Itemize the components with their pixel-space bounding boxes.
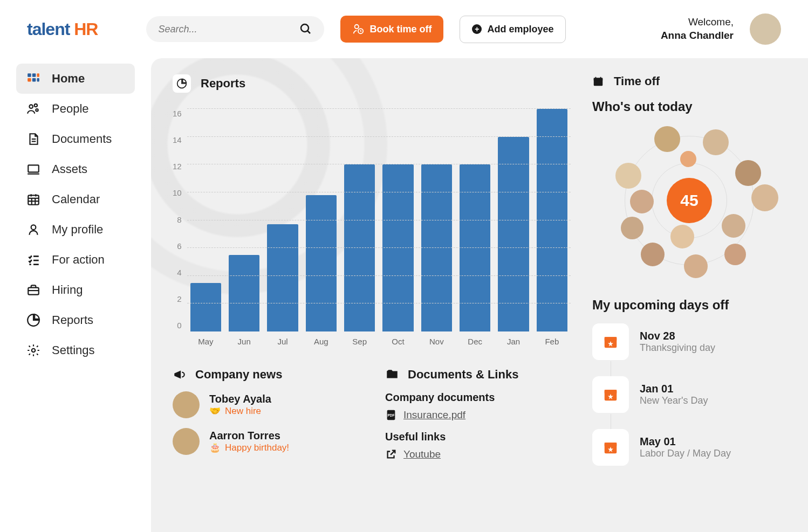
nav-icon — [26, 101, 41, 116]
svg-rect-6 — [37, 73, 39, 77]
news-item[interactable]: Tobey Ayala🤝New hire — [173, 391, 358, 418]
nav-item-home[interactable]: Home — [16, 64, 135, 94]
avatar[interactable] — [722, 214, 745, 238]
upcoming-name: Thanksgiving day — [640, 342, 715, 354]
youtube-link[interactable]: Youtube — [385, 448, 571, 460]
chart-bar — [537, 109, 567, 331]
sidebar: HomePeopleDocumentsAssetsCalendarMy prof… — [0, 58, 151, 532]
avatar[interactable] — [654, 126, 680, 152]
svg-rect-45 — [605, 443, 617, 446]
svg-rect-42 — [605, 390, 617, 393]
avatar[interactable] — [670, 225, 694, 248]
x-label: Dec — [460, 337, 490, 346]
upcoming-date: Jan 01 — [640, 383, 708, 395]
calendar-icon — [592, 75, 604, 87]
nav-label: Settings — [52, 343, 95, 357]
reports-header: Reports — [173, 74, 571, 93]
search-box[interactable] — [146, 16, 324, 42]
avatar[interactable] — [703, 129, 729, 155]
company-news-section: Company news Tobey Ayala🤝New hireAarron … — [173, 368, 358, 465]
who-out-orbit[interactable]: 45 — [600, 120, 778, 281]
nav-icon — [26, 162, 41, 177]
upcoming-name: New Year's Day — [640, 395, 708, 406]
search-icon[interactable] — [299, 23, 312, 36]
book-time-off-button[interactable]: Book time off — [340, 16, 443, 43]
nav-item-hiring[interactable]: Hiring — [16, 275, 135, 305]
upcoming-date: May 01 — [640, 436, 731, 448]
upcoming-name: Labor Day / May Day — [640, 448, 731, 459]
company-documents-heading: Company documents — [385, 391, 571, 404]
nav-item-calendar[interactable]: Calendar — [16, 184, 135, 215]
avatar[interactable] — [621, 217, 643, 239]
nav-icon — [26, 222, 41, 237]
nav-label: Home — [52, 72, 85, 86]
nav-item-documents[interactable]: Documents — [16, 124, 135, 154]
topbar: talent HR Book time off + Add employee W… — [0, 0, 808, 58]
news-name: Tobey Ayala — [209, 393, 271, 405]
avatar — [173, 428, 200, 455]
avatar[interactable] — [615, 163, 641, 189]
svg-point-11 — [35, 104, 37, 107]
cake-icon: 🎂 — [209, 442, 221, 453]
useful-links-heading: Useful links — [385, 431, 571, 443]
nav-icon — [26, 132, 41, 147]
nav-label: Calendar — [52, 192, 100, 206]
avatar[interactable] — [735, 160, 761, 186]
who-out-count: 45 — [667, 178, 712, 223]
nav-item-people[interactable]: People — [16, 94, 135, 124]
nav-icon — [26, 192, 41, 207]
svg-rect-15 — [28, 165, 39, 172]
chart-bar — [344, 164, 375, 331]
chart-bar — [267, 224, 298, 331]
nav-item-my-profile[interactable]: My profile — [16, 215, 135, 245]
upcoming-item[interactable]: Jan 01New Year's Day — [592, 376, 786, 413]
logo[interactable]: talent HR — [27, 19, 98, 39]
upcoming-date: Nov 28 — [640, 330, 715, 342]
svg-point-24 — [31, 225, 36, 230]
reports-chart: 1614121086420 MayJunJulAugSepOctNovDecJa… — [173, 109, 571, 346]
x-label: May — [190, 337, 221, 346]
who-out-section: Who's out today 45 — [592, 99, 786, 281]
avatar[interactable] — [641, 243, 665, 266]
svg-rect-39 — [605, 337, 617, 340]
upcoming-item[interactable]: Nov 28Thanksgiving day — [592, 323, 786, 360]
avatar[interactable] — [630, 190, 654, 213]
svg-point-2 — [355, 25, 359, 29]
x-label: Aug — [306, 337, 337, 346]
x-label: Oct — [382, 337, 413, 346]
pdf-icon: PDF — [385, 409, 397, 421]
svg-point-10 — [29, 105, 33, 108]
avatar[interactable] — [724, 244, 746, 265]
search-input[interactable] — [158, 24, 299, 35]
svg-text:PDF: PDF — [388, 413, 395, 417]
pie-chart-icon — [173, 74, 191, 93]
upcoming-item[interactable]: May 01Labor Day / May Day — [592, 429, 786, 466]
avatar[interactable] — [684, 254, 708, 278]
nav-item-for-action[interactable]: For action — [16, 245, 135, 275]
x-label: Nov — [421, 337, 452, 346]
chart-bar — [382, 164, 413, 331]
nav-item-assets[interactable]: Assets — [16, 154, 135, 184]
insurance-pdf-link[interactable]: PDFInsurance.pdf — [385, 409, 571, 421]
avatar[interactable] — [751, 184, 778, 211]
calendar-star-icon — [592, 376, 629, 413]
svg-rect-9 — [37, 78, 39, 82]
megaphone-icon — [173, 368, 187, 382]
news-name: Aarron Torres — [209, 430, 289, 442]
nav-label: Reports — [52, 313, 93, 327]
chart-bar — [421, 164, 452, 331]
news-item[interactable]: Aarron Torres🎂Happy birthday! — [173, 428, 358, 455]
news-subtitle: 🎂Happy birthday! — [209, 442, 289, 453]
svg-point-0 — [301, 24, 309, 32]
plus-icon: + — [472, 24, 482, 34]
nav-icon — [26, 71, 41, 86]
user-avatar[interactable] — [750, 13, 781, 45]
nav-item-settings[interactable]: Settings — [16, 335, 135, 365]
calendar-star-icon — [592, 323, 629, 360]
avatar[interactable] — [680, 151, 696, 167]
timeoff-header: Time off — [592, 74, 786, 88]
x-label: Sep — [344, 337, 375, 346]
nav-item-reports[interactable]: Reports — [16, 305, 135, 335]
add-employee-button[interactable]: + Add employee — [460, 16, 566, 43]
nav-label: Hiring — [52, 283, 83, 297]
